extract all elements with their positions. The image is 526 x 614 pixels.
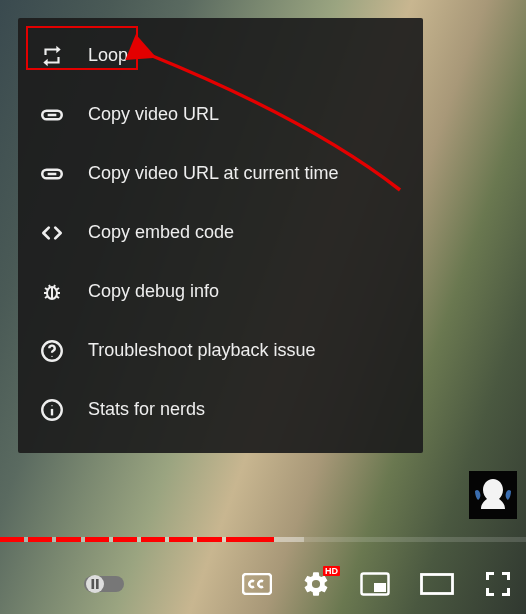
link-icon bbox=[38, 101, 66, 129]
ctx-item-label: Copy video URL at current time bbox=[88, 163, 338, 184]
ctx-item-label: Stats for nerds bbox=[88, 399, 205, 420]
info-icon bbox=[38, 396, 66, 424]
svg-rect-26 bbox=[374, 583, 386, 592]
fullscreen-icon bbox=[484, 570, 512, 598]
channel-avatar[interactable] bbox=[469, 471, 517, 519]
avatar-graphic bbox=[469, 471, 517, 519]
ctx-item-label: Copy video URL bbox=[88, 104, 219, 125]
debug-icon bbox=[38, 278, 66, 306]
progress-played bbox=[0, 537, 274, 542]
ctx-item-label: Copy debug info bbox=[88, 281, 219, 302]
settings-button[interactable]: HD bbox=[302, 570, 330, 598]
ctx-item-copy-debug[interactable]: Copy debug info bbox=[18, 262, 423, 321]
help-icon bbox=[38, 337, 66, 365]
ctx-item-label: Loop bbox=[88, 45, 128, 66]
loop-icon bbox=[38, 42, 66, 70]
miniplayer-button[interactable] bbox=[360, 572, 390, 596]
svg-line-13 bbox=[54, 285, 55, 287]
svg-rect-27 bbox=[422, 575, 453, 594]
svg-point-15 bbox=[51, 355, 52, 356]
svg-point-21 bbox=[86, 575, 104, 593]
subtitles-button[interactable] bbox=[242, 573, 272, 595]
ctx-item-troubleshoot[interactable]: Troubleshoot playback issue bbox=[18, 321, 423, 380]
ctx-item-copy-url-time[interactable]: Copy video URL at current time bbox=[18, 144, 423, 203]
progress-bar[interactable] bbox=[0, 537, 526, 542]
link-icon bbox=[38, 160, 66, 188]
player-controls: HD bbox=[0, 554, 526, 614]
svg-line-12 bbox=[49, 285, 50, 287]
ctx-item-copy-embed[interactable]: Copy embed code bbox=[18, 203, 423, 262]
video-context-menu: Loop Copy video URL Copy video URL at cu… bbox=[18, 18, 423, 453]
miniplayer-icon bbox=[360, 572, 390, 596]
ctx-item-loop[interactable]: Loop bbox=[18, 26, 423, 85]
hd-badge: HD bbox=[323, 566, 340, 576]
svg-point-17 bbox=[51, 405, 52, 406]
svg-rect-22 bbox=[92, 579, 95, 589]
ctx-item-label: Troubleshoot playback issue bbox=[88, 340, 315, 361]
theater-icon bbox=[420, 573, 454, 595]
cc-icon bbox=[242, 573, 272, 595]
ctx-item-copy-url[interactable]: Copy video URL bbox=[18, 85, 423, 144]
ctx-item-stats[interactable]: Stats for nerds bbox=[18, 380, 423, 439]
autoplay-toggle-icon bbox=[84, 573, 124, 595]
svg-rect-23 bbox=[96, 579, 99, 589]
autoplay-toggle[interactable] bbox=[84, 573, 124, 595]
ctx-item-label: Copy embed code bbox=[88, 222, 234, 243]
embed-icon bbox=[38, 219, 66, 247]
fullscreen-button[interactable] bbox=[484, 570, 512, 598]
theater-mode-button[interactable] bbox=[420, 573, 454, 595]
